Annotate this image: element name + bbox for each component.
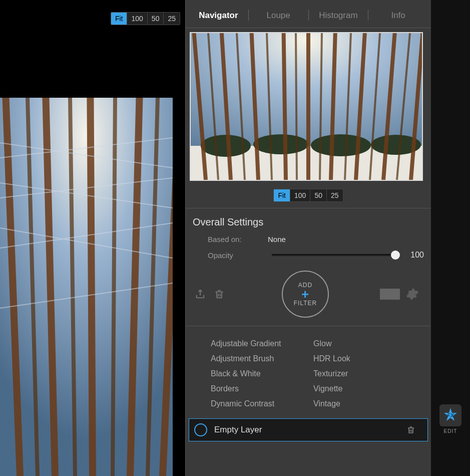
tab-info[interactable]: Info — [368, 11, 428, 28]
layer-delete-icon[interactable] — [403, 422, 418, 437]
nav-zoom-preset-50[interactable]: 50 — [310, 189, 327, 201]
svg-line-3 — [90, 98, 93, 476]
main-zoom-preset-50[interactable]: 50 — [148, 13, 164, 25]
layer-row[interactable]: Empty Layer — [189, 418, 428, 441]
fx-star-icon: FX — [441, 406, 459, 424]
main-zoom-preset-100[interactable]: 100 — [127, 13, 147, 25]
filter-list: Adjustable GradientAdjustment BrushBlack… — [186, 326, 431, 418]
based-on-label: Based on: — [193, 235, 268, 244]
filter-texturizer[interactable]: Texturizer — [313, 366, 416, 381]
filter-adjustment-brush[interactable]: Adjustment Brush — [211, 351, 313, 366]
filter-glow[interactable]: Glow — [313, 336, 416, 351]
opacity-slider[interactable] — [272, 254, 400, 256]
panel-tabs: NavigatorLoupeHistogramInfo — [186, 0, 431, 28]
svg-line-8 — [113, 98, 115, 476]
layer-visibility-toggle[interactable] — [194, 423, 207, 436]
add-plus-icon: + — [301, 290, 309, 299]
navigator-preview[interactable] — [190, 32, 423, 181]
add-filter-button[interactable]: ADD + FILTER — [282, 271, 329, 318]
opacity-thumb[interactable] — [391, 251, 400, 260]
svg-line-26 — [283, 33, 286, 180]
fx-edit-tool[interactable]: FX EDIT — [438, 404, 463, 434]
filter-vignette[interactable]: Vignette — [313, 381, 416, 396]
svg-text:FX: FX — [447, 412, 454, 418]
nav-zoom-preset-100[interactable]: 100 — [290, 189, 310, 201]
settings-heading: Overall Settings — [193, 216, 424, 228]
nav-zoom-preset-fit[interactable]: Fit — [274, 189, 290, 201]
main-zoom-preset-fit[interactable]: Fit — [111, 13, 128, 25]
filter-borders[interactable]: Borders — [211, 381, 313, 396]
fx-edit-label: EDIT — [444, 428, 457, 434]
main-zoom-preset-25[interactable]: 25 — [164, 13, 180, 25]
filter-dynamic-contrast[interactable]: Dynamic Contrast — [211, 396, 313, 411]
svg-line-35 — [296, 33, 297, 180]
nav-zoom-preset-25[interactable]: 25 — [327, 189, 343, 201]
tab-navigator[interactable]: Navigator — [189, 11, 248, 28]
navigator-zoom-presets: Fit1005025 — [273, 189, 343, 202]
main-zoom-presets: Fit1005025 — [111, 12, 180, 25]
add-label-bottom: FILTER — [294, 300, 317, 307]
export-icon[interactable] — [193, 287, 208, 302]
color-swatch[interactable] — [380, 289, 400, 300]
filter-adjustable-gradient[interactable]: Adjustable Gradient — [211, 336, 313, 351]
tab-histogram[interactable]: Histogram — [309, 11, 368, 28]
main-canvas[interactable] — [0, 98, 173, 476]
opacity-value: 100 — [404, 251, 424, 260]
filter-black-white[interactable]: Black & White — [211, 366, 313, 381]
opacity-label: Opacity — [193, 251, 268, 260]
svg-point-20 — [253, 134, 308, 154]
trash-icon[interactable] — [212, 287, 227, 302]
gear-icon[interactable] — [405, 287, 420, 302]
layer-name: Empty Layer — [214, 425, 403, 435]
filter-hdr-look[interactable]: HDR Look — [313, 351, 416, 366]
filter-vintage[interactable]: Vintage — [313, 396, 416, 411]
tab-loupe[interactable]: Loupe — [249, 11, 308, 28]
based-on-value[interactable]: None — [268, 235, 286, 244]
